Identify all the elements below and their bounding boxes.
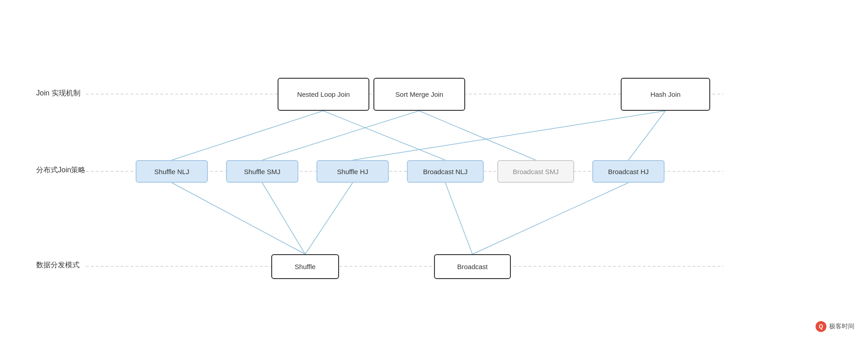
svg-line-13 bbox=[472, 183, 628, 254]
svg-line-4 bbox=[323, 111, 445, 160]
node-smj: Sort Merge Join bbox=[373, 78, 465, 111]
svg-line-7 bbox=[353, 111, 665, 160]
row-label-dispatch: 数据分发模式 bbox=[36, 260, 80, 270]
node-shuffle-nlj: Shuffle NLJ bbox=[136, 160, 208, 183]
watermark-icon: Q bbox=[816, 321, 826, 332]
svg-line-12 bbox=[445, 183, 472, 254]
svg-line-5 bbox=[262, 111, 419, 160]
row-label-join: Join 实现机制 bbox=[36, 89, 80, 98]
node-shuffle: Shuffle bbox=[271, 254, 339, 279]
svg-line-10 bbox=[262, 183, 305, 254]
watermark-text: 极客时间 bbox=[829, 322, 854, 331]
row-label-strategy: 分布式Join策略 bbox=[36, 166, 85, 175]
node-hj: Hash Join bbox=[621, 78, 710, 111]
diagram-container: Join 实现机制 分布式Join策略 数据分发模式 Nested Loop J… bbox=[0, 0, 868, 341]
svg-line-11 bbox=[305, 183, 353, 254]
svg-line-9 bbox=[172, 183, 305, 254]
node-broadcast: Broadcast bbox=[434, 254, 511, 279]
svg-line-6 bbox=[419, 111, 536, 160]
watermark: Q 极客时间 bbox=[816, 321, 854, 332]
svg-line-3 bbox=[172, 111, 323, 160]
node-broadcast-nlj: Broadcast NLJ bbox=[407, 160, 484, 183]
node-nlj: Nested Loop Join bbox=[278, 78, 369, 111]
node-shuffle-hj: Shuffle HJ bbox=[316, 160, 389, 183]
svg-line-8 bbox=[628, 111, 665, 160]
node-broadcast-smj: Broadcast SMJ bbox=[497, 160, 574, 183]
node-shuffle-smj: Shuffle SMJ bbox=[226, 160, 298, 183]
node-broadcast-hj: Broadcast HJ bbox=[592, 160, 665, 183]
